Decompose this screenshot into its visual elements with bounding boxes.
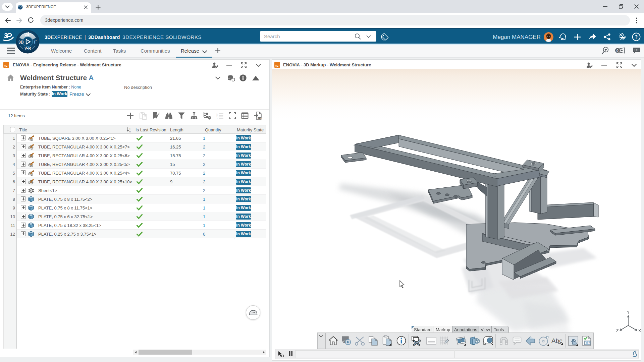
svg-text:CSV: CSV (258, 117, 262, 119)
svg-text:2: 2 (216, 115, 218, 117)
svg-text:Z: Z (616, 328, 619, 333)
svg-text:3: 3 (216, 117, 218, 120)
svg-text:Y: Y (627, 310, 630, 315)
svg-text:0: 0 (616, 49, 619, 53)
svg-text:1: 1 (216, 113, 218, 115)
svg-text:V•R: V•R (24, 46, 31, 50)
svg-text:i´: i´ (34, 40, 37, 45)
svg-text:3D: 3D (18, 40, 24, 45)
svg-text:A: A (129, 130, 131, 133)
svg-text:?: ? (635, 34, 638, 40)
svg-text:CA: CA (585, 341, 590, 345)
svg-text:X: X (638, 328, 641, 333)
